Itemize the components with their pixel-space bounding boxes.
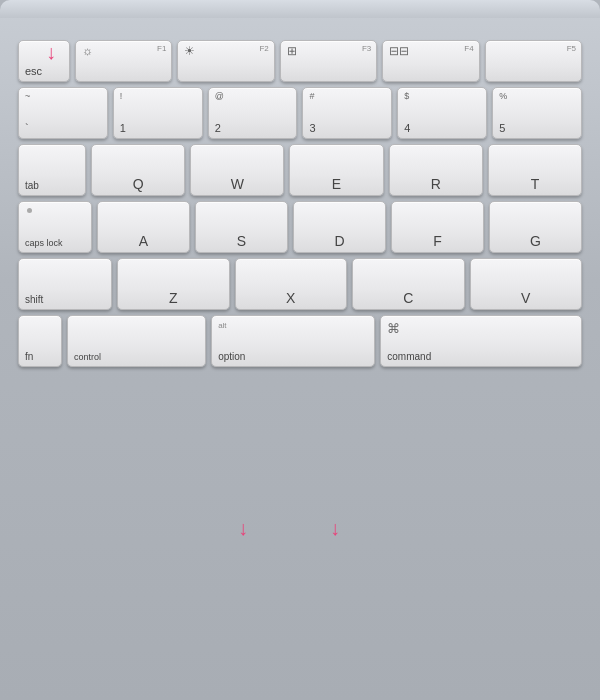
key-g[interactable]: G — [489, 201, 582, 253]
key-r[interactable]: R — [389, 144, 483, 196]
key-f3[interactable]: ⊞ F3 — [280, 40, 377, 82]
key-4[interactable]: $ 4 — [397, 87, 487, 139]
key-f1[interactable]: ☼ F1 — [75, 40, 172, 82]
key-3[interactable]: # 3 — [302, 87, 392, 139]
key-x[interactable]: X — [235, 258, 348, 310]
key-c[interactable]: C — [352, 258, 465, 310]
key-f[interactable]: F — [391, 201, 484, 253]
key-f5[interactable]: F5 — [485, 40, 582, 82]
key-e[interactable]: E — [289, 144, 383, 196]
key-s[interactable]: S — [195, 201, 288, 253]
key-esc[interactable]: esc — [18, 40, 70, 82]
home-row: caps lock A S D F G — [18, 201, 582, 253]
key-tab[interactable]: tab — [18, 144, 86, 196]
key-tilde[interactable]: ~ ` — [18, 87, 108, 139]
keyboard-body: ↓ ↓ ↓ esc ☼ F1 ☀ F2 ⊞ F3 ⊟⊟ F4 — [0, 0, 600, 700]
key-f2[interactable]: ☀ F2 — [177, 40, 274, 82]
number-row: ~ ` ! 1 @ 2 # 3 $ 4 % 5 — [18, 87, 582, 139]
qwerty-row: tab Q W E R T — [18, 144, 582, 196]
key-d[interactable]: D — [293, 201, 386, 253]
key-f4[interactable]: ⊟⊟ F4 — [382, 40, 479, 82]
key-2[interactable]: @ 2 — [208, 87, 298, 139]
key-command[interactable]: ⌘ command — [380, 315, 582, 367]
key-shift[interactable]: shift — [18, 258, 112, 310]
key-1[interactable]: ! 1 — [113, 87, 203, 139]
shift-row: shift Z X C V — [18, 258, 582, 310]
key-fn[interactable]: fn — [18, 315, 62, 367]
key-a[interactable]: A — [97, 201, 190, 253]
arrow-x-indicator: ↓ — [330, 518, 340, 538]
key-q[interactable]: Q — [91, 144, 185, 196]
keyboard-top-bar — [0, 0, 600, 18]
key-capslock[interactable]: caps lock — [18, 201, 92, 253]
key-v[interactable]: V — [470, 258, 583, 310]
key-t[interactable]: T — [488, 144, 582, 196]
key-control[interactable]: control — [67, 315, 206, 367]
key-w[interactable]: W — [190, 144, 284, 196]
arrow-z-indicator: ↓ — [238, 518, 248, 538]
key-z[interactable]: Z — [117, 258, 230, 310]
keys-area: esc ☼ F1 ☀ F2 ⊞ F3 ⊟⊟ F4 F5 — [18, 40, 582, 367]
caps-lock-indicator — [27, 208, 32, 213]
bottom-row: fn control alt option ⌘ command — [18, 315, 582, 367]
fn-row: esc ☼ F1 ☀ F2 ⊞ F3 ⊟⊟ F4 F5 — [18, 40, 582, 82]
key-5[interactable]: % 5 — [492, 87, 582, 139]
key-option[interactable]: alt option — [211, 315, 375, 367]
